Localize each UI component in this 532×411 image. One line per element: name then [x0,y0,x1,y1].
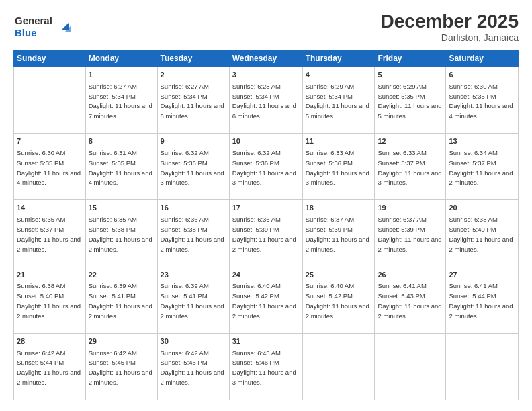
sunrise-text: Sunrise: 6:43 AMSunset: 5:46 PMDaylight:… [232,349,296,386]
table-row: 3 Sunrise: 6:28 AMSunset: 5:34 PMDayligh… [229,67,302,134]
sunrise-text: Sunrise: 6:29 AMSunset: 5:35 PMDaylight:… [378,83,441,120]
header: General Blue December 2025 Darliston, Ja… [13,11,519,43]
table-row: 18 Sunrise: 6:37 AMSunset: 5:39 PMDaylig… [302,200,375,267]
sunrise-text: Sunrise: 6:33 AMSunset: 5:36 PMDaylight:… [306,149,369,186]
logo: General Blue [13,11,74,43]
table-row: 26 Sunrise: 6:41 AMSunset: 5:43 PMDaylig… [375,267,446,333]
day-number: 3 [232,70,300,80]
day-number: 7 [17,136,83,146]
table-row: 21 Sunrise: 6:38 AMSunset: 5:40 PMDaylig… [14,267,86,333]
sunrise-text: Sunrise: 6:29 AMSunset: 5:34 PMDaylight:… [306,83,369,120]
sunrise-text: Sunrise: 6:32 AMSunset: 5:36 PMDaylight:… [161,149,224,186]
svg-text:Blue: Blue [15,27,37,38]
table-row [302,333,375,400]
table-row: 8 Sunrise: 6:31 AMSunset: 5:35 PMDayligh… [85,134,157,200]
logo-icon: General Blue [13,11,74,40]
logo-text: General Blue [13,11,74,43]
day-number: 12 [378,136,443,146]
calendar-table: Sunday Monday Tuesday Wednesday Thursday… [13,50,519,400]
day-number: 20 [449,203,515,213]
sunrise-text: Sunrise: 6:40 AMSunset: 5:42 PMDaylight:… [306,282,369,319]
sunrise-text: Sunrise: 6:39 AMSunset: 5:41 PMDaylight:… [89,282,152,319]
day-number: 27 [449,270,515,280]
sunrise-text: Sunrise: 6:33 AMSunset: 5:37 PMDaylight:… [378,149,441,186]
table-row: 16 Sunrise: 6:36 AMSunset: 5:38 PMDaylig… [157,200,229,267]
calendar-week-row: 7 Sunrise: 6:30 AMSunset: 5:35 PMDayligh… [14,134,519,200]
sunrise-text: Sunrise: 6:27 AMSunset: 5:34 PMDaylight:… [89,83,152,120]
table-row: 1 Sunrise: 6:27 AMSunset: 5:34 PMDayligh… [85,67,157,134]
table-row: 9 Sunrise: 6:32 AMSunset: 5:36 PMDayligh… [157,134,229,200]
sunrise-text: Sunrise: 6:39 AMSunset: 5:41 PMDaylight:… [161,282,224,319]
calendar-week-row: 14 Sunrise: 6:35 AMSunset: 5:37 PMDaylig… [14,200,519,267]
sunrise-text: Sunrise: 6:31 AMSunset: 5:35 PMDaylight:… [89,149,152,186]
col-monday: Monday [85,50,157,67]
day-number: 1 [89,70,154,80]
table-row: 4 Sunrise: 6:29 AMSunset: 5:34 PMDayligh… [302,67,375,134]
table-row: 7 Sunrise: 6:30 AMSunset: 5:35 PMDayligh… [14,134,86,200]
table-row: 24 Sunrise: 6:40 AMSunset: 5:42 PMDaylig… [229,267,302,333]
day-number: 23 [161,270,226,280]
day-number: 15 [89,203,154,213]
table-row: 17 Sunrise: 6:36 AMSunset: 5:39 PMDaylig… [229,200,302,267]
calendar-header-row: Sunday Monday Tuesday Wednesday Thursday… [14,50,519,67]
month-title: December 2025 [381,11,519,32]
table-row: 29 Sunrise: 6:42 AMSunset: 5:45 PMDaylig… [85,333,157,400]
table-row: 5 Sunrise: 6:29 AMSunset: 5:35 PMDayligh… [375,67,446,134]
table-row: 15 Sunrise: 6:35 AMSunset: 5:38 PMDaylig… [85,200,157,267]
sunrise-text: Sunrise: 6:35 AMSunset: 5:38 PMDaylight:… [89,216,152,253]
table-row [14,67,86,134]
table-row: 14 Sunrise: 6:35 AMSunset: 5:37 PMDaylig… [14,200,86,267]
col-thursday: Thursday [302,50,375,67]
day-number: 6 [449,70,515,80]
sunrise-text: Sunrise: 6:32 AMSunset: 5:36 PMDaylight:… [232,149,296,186]
svg-text:General: General [15,15,52,26]
sunrise-text: Sunrise: 6:27 AMSunset: 5:34 PMDaylight:… [161,83,224,120]
day-number: 30 [161,336,226,347]
day-number: 5 [378,70,443,80]
title-block: December 2025 Darliston, Jamaica [381,11,519,43]
table-row: 30 Sunrise: 6:42 AMSunset: 5:45 PMDaylig… [157,333,229,400]
table-row: 22 Sunrise: 6:39 AMSunset: 5:41 PMDaylig… [85,267,157,333]
day-number: 24 [232,270,300,280]
sunrise-text: Sunrise: 6:42 AMSunset: 5:45 PMDaylight:… [161,349,224,386]
table-row: 2 Sunrise: 6:27 AMSunset: 5:34 PMDayligh… [157,67,229,134]
col-wednesday: Wednesday [229,50,302,67]
page: General Blue December 2025 Darliston, Ja… [0,0,532,411]
day-number: 14 [17,203,83,213]
sunrise-text: Sunrise: 6:40 AMSunset: 5:42 PMDaylight:… [232,282,296,319]
sunrise-text: Sunrise: 6:34 AMSunset: 5:37 PMDaylight:… [449,149,513,186]
sunrise-text: Sunrise: 6:38 AMSunset: 5:40 PMDaylight:… [17,282,81,319]
day-number: 13 [449,136,515,146]
col-sunday: Sunday [14,50,86,67]
day-number: 9 [161,136,226,146]
col-friday: Friday [375,50,446,67]
day-number: 4 [306,70,372,80]
svg-marker-2 [62,23,69,30]
day-number: 29 [89,336,154,347]
sunrise-text: Sunrise: 6:41 AMSunset: 5:43 PMDaylight:… [378,282,441,319]
table-row: 25 Sunrise: 6:40 AMSunset: 5:42 PMDaylig… [302,267,375,333]
sunrise-text: Sunrise: 6:28 AMSunset: 5:34 PMDaylight:… [232,83,296,120]
sunrise-text: Sunrise: 6:42 AMSunset: 5:44 PMDaylight:… [17,349,81,386]
table-row: 19 Sunrise: 6:37 AMSunset: 5:39 PMDaylig… [375,200,446,267]
table-row: 13 Sunrise: 6:34 AMSunset: 5:37 PMDaylig… [446,134,519,200]
day-number: 26 [378,270,443,280]
day-number: 16 [161,203,226,213]
day-number: 21 [17,270,83,280]
day-number: 8 [89,136,154,146]
day-number: 10 [232,136,300,146]
sunrise-text: Sunrise: 6:42 AMSunset: 5:45 PMDaylight:… [89,349,152,386]
calendar-week-row: 21 Sunrise: 6:38 AMSunset: 5:40 PMDaylig… [14,267,519,333]
calendar-week-row: 1 Sunrise: 6:27 AMSunset: 5:34 PMDayligh… [14,67,519,134]
table-row: 27 Sunrise: 6:41 AMSunset: 5:44 PMDaylig… [446,267,519,333]
day-number: 2 [161,70,226,80]
day-number: 17 [232,203,300,213]
sunrise-text: Sunrise: 6:30 AMSunset: 5:35 PMDaylight:… [17,149,81,186]
table-row: 31 Sunrise: 6:43 AMSunset: 5:46 PMDaylig… [229,333,302,400]
table-row [446,333,519,400]
day-number: 25 [306,270,372,280]
day-number: 31 [232,336,300,347]
table-row: 6 Sunrise: 6:30 AMSunset: 5:35 PMDayligh… [446,67,519,134]
sunrise-text: Sunrise: 6:35 AMSunset: 5:37 PMDaylight:… [17,216,81,253]
table-row [375,333,446,400]
